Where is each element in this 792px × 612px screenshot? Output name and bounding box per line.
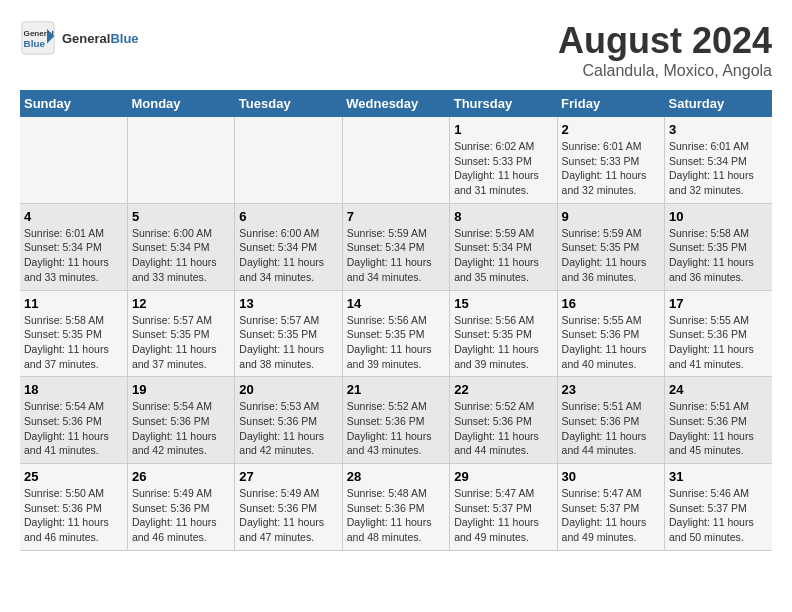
day-info: Sunrise: 5:59 AMSunset: 5:34 PMDaylight:… <box>347 226 445 285</box>
calendar-cell: 13Sunrise: 5:57 AMSunset: 5:35 PMDayligh… <box>235 290 342 377</box>
calendar-cell: 31Sunrise: 5:46 AMSunset: 5:37 PMDayligh… <box>665 464 772 551</box>
day-number: 22 <box>454 382 552 397</box>
calendar-cell: 3Sunrise: 6:01 AMSunset: 5:34 PMDaylight… <box>665 117 772 203</box>
week-row-1: 1Sunrise: 6:02 AMSunset: 5:33 PMDaylight… <box>20 117 772 203</box>
day-number: 4 <box>24 209 123 224</box>
day-info: Sunrise: 5:49 AMSunset: 5:36 PMDaylight:… <box>239 486 337 545</box>
day-info: Sunrise: 6:01 AMSunset: 5:34 PMDaylight:… <box>24 226 123 285</box>
calendar-cell: 26Sunrise: 5:49 AMSunset: 5:36 PMDayligh… <box>127 464 234 551</box>
day-info: Sunrise: 5:56 AMSunset: 5:35 PMDaylight:… <box>454 313 552 372</box>
day-number: 14 <box>347 296 445 311</box>
day-number: 25 <box>24 469 123 484</box>
calendar-cell: 19Sunrise: 5:54 AMSunset: 5:36 PMDayligh… <box>127 377 234 464</box>
day-info: Sunrise: 6:00 AMSunset: 5:34 PMDaylight:… <box>239 226 337 285</box>
day-number: 27 <box>239 469 337 484</box>
calendar-cell: 30Sunrise: 5:47 AMSunset: 5:37 PMDayligh… <box>557 464 664 551</box>
day-info: Sunrise: 5:51 AMSunset: 5:36 PMDaylight:… <box>669 399 768 458</box>
calendar-cell: 14Sunrise: 5:56 AMSunset: 5:35 PMDayligh… <box>342 290 449 377</box>
calendar-cell: 10Sunrise: 5:58 AMSunset: 5:35 PMDayligh… <box>665 203 772 290</box>
day-number: 10 <box>669 209 768 224</box>
svg-text:Blue: Blue <box>24 38 46 49</box>
calendar-cell: 11Sunrise: 5:58 AMSunset: 5:35 PMDayligh… <box>20 290 127 377</box>
header-day-wednesday: Wednesday <box>342 90 449 117</box>
calendar-subtitle: Calandula, Moxico, Angola <box>558 62 772 80</box>
day-number: 18 <box>24 382 123 397</box>
header-day-tuesday: Tuesday <box>235 90 342 117</box>
calendar-cell: 22Sunrise: 5:52 AMSunset: 5:36 PMDayligh… <box>450 377 557 464</box>
day-number: 31 <box>669 469 768 484</box>
week-row-4: 18Sunrise: 5:54 AMSunset: 5:36 PMDayligh… <box>20 377 772 464</box>
calendar-table: SundayMondayTuesdayWednesdayThursdayFrid… <box>20 90 772 551</box>
calendar-body: 1Sunrise: 6:02 AMSunset: 5:33 PMDaylight… <box>20 117 772 550</box>
day-info: Sunrise: 5:49 AMSunset: 5:36 PMDaylight:… <box>132 486 230 545</box>
day-number: 13 <box>239 296 337 311</box>
day-info: Sunrise: 5:47 AMSunset: 5:37 PMDaylight:… <box>454 486 552 545</box>
header-day-saturday: Saturday <box>665 90 772 117</box>
header-day-sunday: Sunday <box>20 90 127 117</box>
day-info: Sunrise: 5:47 AMSunset: 5:37 PMDaylight:… <box>562 486 660 545</box>
day-info: Sunrise: 5:57 AMSunset: 5:35 PMDaylight:… <box>239 313 337 372</box>
header-day-monday: Monday <box>127 90 234 117</box>
day-number: 7 <box>347 209 445 224</box>
day-number: 29 <box>454 469 552 484</box>
day-info: Sunrise: 5:54 AMSunset: 5:36 PMDaylight:… <box>24 399 123 458</box>
header-row: SundayMondayTuesdayWednesdayThursdayFrid… <box>20 90 772 117</box>
day-info: Sunrise: 5:48 AMSunset: 5:36 PMDaylight:… <box>347 486 445 545</box>
calendar-cell: 6Sunrise: 6:00 AMSunset: 5:34 PMDaylight… <box>235 203 342 290</box>
calendar-cell: 1Sunrise: 6:02 AMSunset: 5:33 PMDaylight… <box>450 117 557 203</box>
day-number: 28 <box>347 469 445 484</box>
day-info: Sunrise: 6:01 AMSunset: 5:33 PMDaylight:… <box>562 139 660 198</box>
day-info: Sunrise: 5:46 AMSunset: 5:37 PMDaylight:… <box>669 486 768 545</box>
logo-icon: General Blue <box>20 20 56 56</box>
calendar-cell <box>235 117 342 203</box>
calendar-cell <box>20 117 127 203</box>
day-number: 19 <box>132 382 230 397</box>
header: General Blue GeneralBlue August 2024 Cal… <box>20 20 772 80</box>
day-info: Sunrise: 5:57 AMSunset: 5:35 PMDaylight:… <box>132 313 230 372</box>
calendar-cell: 7Sunrise: 5:59 AMSunset: 5:34 PMDaylight… <box>342 203 449 290</box>
calendar-cell: 29Sunrise: 5:47 AMSunset: 5:37 PMDayligh… <box>450 464 557 551</box>
day-number: 15 <box>454 296 552 311</box>
calendar-header: SundayMondayTuesdayWednesdayThursdayFrid… <box>20 90 772 117</box>
calendar-cell: 20Sunrise: 5:53 AMSunset: 5:36 PMDayligh… <box>235 377 342 464</box>
day-number: 21 <box>347 382 445 397</box>
day-number: 20 <box>239 382 337 397</box>
calendar-cell: 25Sunrise: 5:50 AMSunset: 5:36 PMDayligh… <box>20 464 127 551</box>
logo-text: GeneralBlue <box>62 31 139 46</box>
day-info: Sunrise: 5:56 AMSunset: 5:35 PMDaylight:… <box>347 313 445 372</box>
calendar-cell: 18Sunrise: 5:54 AMSunset: 5:36 PMDayligh… <box>20 377 127 464</box>
week-row-5: 25Sunrise: 5:50 AMSunset: 5:36 PMDayligh… <box>20 464 772 551</box>
day-number: 9 <box>562 209 660 224</box>
calendar-cell: 16Sunrise: 5:55 AMSunset: 5:36 PMDayligh… <box>557 290 664 377</box>
day-number: 5 <box>132 209 230 224</box>
calendar-cell <box>127 117 234 203</box>
day-info: Sunrise: 5:54 AMSunset: 5:36 PMDaylight:… <box>132 399 230 458</box>
day-info: Sunrise: 6:00 AMSunset: 5:34 PMDaylight:… <box>132 226 230 285</box>
calendar-cell: 21Sunrise: 5:52 AMSunset: 5:36 PMDayligh… <box>342 377 449 464</box>
calendar-cell: 24Sunrise: 5:51 AMSunset: 5:36 PMDayligh… <box>665 377 772 464</box>
calendar-cell <box>342 117 449 203</box>
calendar-cell: 15Sunrise: 5:56 AMSunset: 5:35 PMDayligh… <box>450 290 557 377</box>
day-info: Sunrise: 5:55 AMSunset: 5:36 PMDaylight:… <box>562 313 660 372</box>
day-number: 24 <box>669 382 768 397</box>
day-info: Sunrise: 5:52 AMSunset: 5:36 PMDaylight:… <box>454 399 552 458</box>
day-info: Sunrise: 5:52 AMSunset: 5:36 PMDaylight:… <box>347 399 445 458</box>
calendar-title: August 2024 <box>558 20 772 62</box>
week-row-2: 4Sunrise: 6:01 AMSunset: 5:34 PMDaylight… <box>20 203 772 290</box>
calendar-cell: 28Sunrise: 5:48 AMSunset: 5:36 PMDayligh… <box>342 464 449 551</box>
day-info: Sunrise: 6:02 AMSunset: 5:33 PMDaylight:… <box>454 139 552 198</box>
calendar-cell: 2Sunrise: 6:01 AMSunset: 5:33 PMDaylight… <box>557 117 664 203</box>
header-day-thursday: Thursday <box>450 90 557 117</box>
calendar-cell: 17Sunrise: 5:55 AMSunset: 5:36 PMDayligh… <box>665 290 772 377</box>
logo: General Blue GeneralBlue <box>20 20 139 56</box>
day-number: 30 <box>562 469 660 484</box>
day-number: 17 <box>669 296 768 311</box>
day-number: 1 <box>454 122 552 137</box>
calendar-cell: 8Sunrise: 5:59 AMSunset: 5:34 PMDaylight… <box>450 203 557 290</box>
calendar-cell: 9Sunrise: 5:59 AMSunset: 5:35 PMDaylight… <box>557 203 664 290</box>
day-info: Sunrise: 5:55 AMSunset: 5:36 PMDaylight:… <box>669 313 768 372</box>
day-info: Sunrise: 5:53 AMSunset: 5:36 PMDaylight:… <box>239 399 337 458</box>
day-info: Sunrise: 5:59 AMSunset: 5:34 PMDaylight:… <box>454 226 552 285</box>
calendar-cell: 12Sunrise: 5:57 AMSunset: 5:35 PMDayligh… <box>127 290 234 377</box>
day-number: 11 <box>24 296 123 311</box>
